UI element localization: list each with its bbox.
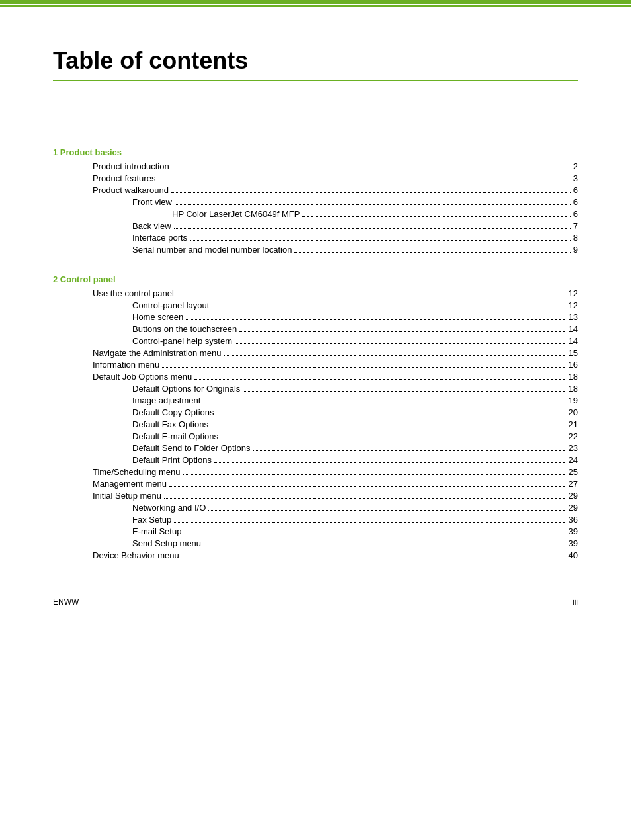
entry-page: 6	[573, 197, 578, 207]
entry-text: Time/Scheduling menu	[93, 467, 180, 477]
toc-entry: Management menu27	[53, 479, 578, 489]
entry-text: Networking and I/O	[132, 503, 206, 513]
toc-entry: Product features3	[53, 173, 578, 183]
entry-dots	[214, 462, 566, 463]
page: Table of contents 1 Product basics Produ…	[0, 0, 631, 620]
entry-page: 12	[569, 300, 578, 310]
toc-entry: Navigate the Administration menu15	[53, 348, 578, 358]
toc-entry: Product walkaround6	[53, 185, 578, 195]
entry-dots	[164, 498, 566, 499]
entry-page: 39	[569, 526, 578, 536]
toc-entry: Default Print Options24	[53, 455, 578, 465]
toc-entry: Default Job Options menu18	[53, 372, 578, 382]
entry-page: 25	[569, 467, 578, 477]
entry-dots	[169, 486, 566, 487]
entry-page: 22	[569, 431, 578, 441]
entry-text: Image adjustment	[132, 396, 200, 405]
toc-entry: E-mail Setup39	[53, 526, 578, 536]
entry-dots	[239, 331, 566, 332]
title-section: Table of contents	[53, 46, 578, 81]
entry-page: 23	[569, 443, 578, 453]
entry-dots	[302, 216, 570, 217]
top-bar-thick	[0, 0, 631, 4]
entry-page: 21	[569, 419, 578, 429]
entry-text: Control-panel help system	[132, 336, 232, 346]
entry-text: Default Fax Options	[132, 419, 208, 429]
entry-page: 8	[573, 233, 578, 243]
entry-page: 18	[569, 372, 578, 382]
footer: ENWW iii	[53, 597, 578, 607]
footer-right: iii	[573, 597, 578, 607]
chapter-1-heading: 1 Product basics	[53, 147, 578, 157]
entry-page: 27	[569, 479, 578, 489]
entry-dots	[184, 534, 566, 534]
entry-page: 12	[569, 288, 578, 298]
entry-page: 19	[569, 396, 578, 405]
entry-dots	[174, 522, 566, 523]
toc-entry: Use the control panel12	[53, 288, 578, 298]
entry-page: 6	[573, 185, 578, 195]
entry-text: Default E-mail Options	[132, 431, 218, 441]
toc-entry: Information menu16	[53, 360, 578, 370]
entry-dots	[212, 308, 566, 308]
entry-text: Default Send to Folder Options	[132, 443, 251, 453]
chapter-2-entries: Use the control panel12Control-panel lay…	[53, 288, 578, 560]
entry-dots	[224, 355, 566, 356]
toc-entry: Serial number and model number location9	[53, 245, 578, 255]
entry-page: 18	[569, 384, 578, 394]
entry-dots	[175, 204, 571, 205]
entry-page: 13	[569, 312, 578, 322]
entry-text: Management menu	[93, 479, 167, 489]
toc-entry: Networking and I/O29	[53, 503, 578, 513]
entry-dots	[158, 181, 570, 181]
entry-text: Fax Setup	[132, 515, 171, 525]
entry-page: 14	[569, 336, 578, 346]
entry-text: Default Job Options menu	[93, 372, 192, 382]
entry-text: Control-panel layout	[132, 300, 209, 310]
entry-text: Default Copy Options	[132, 407, 214, 417]
toc-entry: Control-panel layout12	[53, 300, 578, 310]
entry-dots	[208, 510, 566, 511]
entry-page: 6	[573, 209, 578, 219]
toc-entry: Default Send to Folder Options23	[53, 443, 578, 453]
entry-dots	[171, 192, 571, 193]
entry-page: 7	[573, 221, 578, 231]
entry-dots	[183, 474, 566, 475]
toc-entry: Send Setup menu39	[53, 538, 578, 548]
toc-entry: Interface ports8	[53, 233, 578, 243]
entry-text: Product walkaround	[93, 185, 169, 195]
toc-entry: Home screen13	[53, 312, 578, 322]
entry-dots	[177, 296, 566, 296]
toc-entry: Front view6	[53, 197, 578, 207]
entry-text: E-mail Setup	[132, 526, 181, 536]
entry-dots	[190, 240, 571, 241]
entry-page: 29	[569, 503, 578, 513]
entry-page: 36	[569, 515, 578, 525]
entry-dots	[203, 403, 566, 403]
entry-text: Use the control panel	[93, 288, 174, 298]
entry-page: 15	[569, 348, 578, 358]
footer-left: ENWW	[53, 597, 79, 607]
entry-dots	[174, 228, 571, 229]
entry-text: Back view	[132, 221, 171, 231]
toc-entry: Fax Setup36	[53, 515, 578, 525]
toc-entry: Default E-mail Options22	[53, 431, 578, 441]
entry-dots	[217, 415, 566, 415]
entry-text: Home screen	[132, 312, 183, 322]
toc-entry: Image adjustment19	[53, 396, 578, 405]
entry-text: Default Print Options	[132, 455, 212, 465]
toc-entry: Initial Setup menu29	[53, 491, 578, 501]
toc-entry: Buttons on the touchscreen14	[53, 324, 578, 334]
top-bar-thin	[0, 5, 631, 7]
entry-dots	[294, 252, 570, 253]
toc-entry: Default Options for Originals18	[53, 384, 578, 394]
entry-text: Default Options for Originals	[132, 384, 240, 394]
entry-dots	[243, 391, 566, 392]
entry-page: 29	[569, 491, 578, 501]
toc-entry: Product introduction2	[53, 161, 578, 171]
entry-text: HP Color LaserJet CM6049f MFP	[172, 209, 300, 219]
entry-text: Send Setup menu	[132, 538, 201, 548]
entry-text: Serial number and model number location	[132, 245, 292, 255]
entry-dots	[186, 319, 566, 320]
entry-text: Initial Setup menu	[93, 491, 161, 501]
